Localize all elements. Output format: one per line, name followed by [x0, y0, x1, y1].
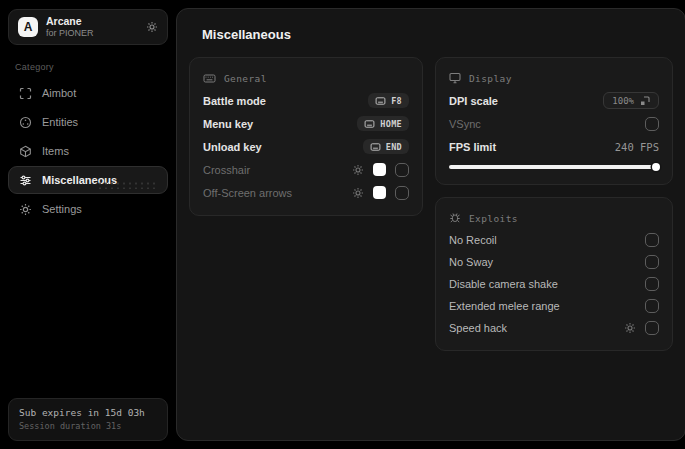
setting-row-dpi-scale: DPI scale 100% — [449, 89, 659, 112]
no-recoil-checkbox[interactable] — [645, 233, 659, 247]
setting-row-speed-hack: Speed hack — [449, 317, 659, 339]
setting-label: Extended melee range — [449, 300, 560, 312]
setting-row-fps-limit: FPS limit 240 FPS — [449, 135, 659, 158]
setting-row-no-recoil: No Recoil — [449, 229, 659, 251]
brand-card: A Arcane for PIONER — [8, 9, 168, 45]
speed-hack-checkbox[interactable] — [645, 321, 659, 335]
subscription-info: Sub expires in 15d 03h Session duration … — [8, 398, 168, 441]
right-column: Display DPI scale 100% — [435, 57, 673, 351]
slider-knob[interactable] — [652, 163, 660, 171]
keyboard-icon — [370, 143, 381, 151]
page-title: Miscellaneous — [202, 27, 673, 42]
exploits-card-title: Exploits — [469, 213, 518, 224]
sidebar-item-label: Settings — [42, 203, 82, 215]
keyboard-icon — [203, 73, 216, 84]
dpi-scale-select[interactable]: 100% — [603, 92, 659, 109]
app-logo: A — [18, 17, 38, 37]
exploits-card: Exploits No Recoil No Sway Disable camer… — [435, 197, 673, 351]
scale-icon — [640, 96, 650, 106]
sidebar-item-label: Entities — [42, 116, 78, 128]
keyboard-icon — [375, 97, 386, 105]
sidebar-item-settings[interactable]: Settings — [8, 195, 168, 223]
radar-icon — [19, 116, 32, 129]
dpi-scale-value: 100% — [612, 96, 634, 106]
sub-expires-text: Sub expires in 15d 03h — [19, 406, 157, 420]
keybind-button[interactable]: END — [363, 139, 409, 154]
setting-row-menu-key: Menu key HOME — [203, 112, 409, 135]
keybind-button[interactable]: F8 — [368, 93, 409, 108]
vsync-checkbox[interactable] — [645, 117, 659, 131]
setting-row-extended-melee-range: Extended melee range — [449, 295, 659, 317]
display-card-header: Display — [449, 67, 659, 89]
keybind-value: F8 — [391, 96, 402, 106]
bug-icon — [449, 212, 461, 224]
setting-row-unload-key: Unload key END — [203, 135, 409, 158]
setting-label: No Recoil — [449, 234, 497, 246]
gear-icon[interactable] — [624, 322, 636, 334]
general-card: General Battle mode F8 Menu key — [189, 57, 423, 216]
monitor-icon — [449, 72, 461, 84]
sidebar-nav: Aimbot Entities Items — [8, 79, 168, 223]
setting-label: Off-Screen arrows — [203, 187, 292, 199]
setting-label: Menu key — [203, 118, 253, 130]
sidebar-item-items[interactable]: Items — [8, 137, 168, 165]
sidebar-item-label: Items — [42, 145, 69, 157]
sidebar-item-miscellaneous[interactable]: Miscellaneous — [8, 166, 168, 194]
gear-icon[interactable] — [352, 164, 364, 176]
setting-label: Disable camera shake — [449, 278, 558, 290]
gear-icon — [19, 203, 32, 216]
exploits-card-header: Exploits — [449, 207, 659, 229]
main-panel: Miscellaneous General Battle mode — [176, 8, 685, 441]
setting-label: VSync — [449, 118, 481, 130]
fps-limit-slider[interactable] — [449, 161, 659, 173]
setting-label: FPS limit — [449, 141, 496, 153]
scan-icon — [19, 87, 32, 100]
slider-track[interactable] — [449, 165, 659, 169]
setting-row-crosshair: Crosshair — [203, 158, 409, 181]
display-card: Display DPI scale 100% — [435, 57, 673, 185]
sidebar-item-label: Aimbot — [42, 87, 76, 99]
fps-limit-value: 240 FPS — [615, 141, 659, 153]
box-icon — [19, 145, 32, 158]
setting-row-offscreen-arrows: Off-Screen arrows — [203, 181, 409, 204]
content-columns: General Battle mode F8 Menu key — [189, 57, 673, 351]
sidebar-item-aimbot[interactable]: Aimbot — [8, 79, 168, 107]
setting-label: Crosshair — [203, 164, 250, 176]
general-card-title: General — [224, 73, 267, 84]
keybind-value: END — [386, 142, 402, 152]
gear-icon[interactable] — [352, 187, 364, 199]
color-swatch[interactable] — [373, 186, 386, 199]
app-name: Arcane — [46, 15, 94, 28]
brand-text: Arcane for PIONER — [46, 15, 94, 39]
setting-label: Speed hack — [449, 322, 507, 334]
setting-label: Unload key — [203, 141, 262, 153]
setting-label: Battle mode — [203, 95, 266, 107]
setting-label: DPI scale — [449, 95, 498, 107]
app-subtitle: for PIONER — [46, 28, 94, 39]
extended-melee-range-checkbox[interactable] — [645, 299, 659, 313]
color-swatch[interactable] — [373, 163, 386, 176]
keybind-value: HOME — [380, 119, 402, 129]
setting-row-vsync: VSync — [449, 112, 659, 135]
setting-row-disable-camera-shake: Disable camera shake — [449, 273, 659, 295]
keyboard-icon — [364, 120, 375, 128]
offscreen-arrows-checkbox[interactable] — [395, 186, 409, 200]
setting-row-no-sway: No Sway — [449, 251, 659, 273]
session-duration-text: Session duration 31s — [19, 420, 157, 433]
no-sway-checkbox[interactable] — [645, 255, 659, 269]
sidebar-item-entities[interactable]: Entities — [8, 108, 168, 136]
gear-icon[interactable] — [146, 21, 158, 33]
setting-row-battle-mode: Battle mode F8 — [203, 89, 409, 112]
display-card-title: Display — [469, 73, 512, 84]
disable-camera-shake-checkbox[interactable] — [645, 277, 659, 291]
crosshair-checkbox[interactable] — [395, 163, 409, 177]
sliders-icon — [19, 174, 32, 187]
sidebar: A Arcane for PIONER Category Aimbot — [0, 0, 176, 449]
setting-label: No Sway — [449, 256, 493, 268]
category-label: Category — [15, 62, 161, 72]
keybind-button[interactable]: HOME — [357, 116, 409, 131]
general-card-header: General — [203, 67, 409, 89]
sidebar-item-label: Miscellaneous — [42, 174, 117, 186]
